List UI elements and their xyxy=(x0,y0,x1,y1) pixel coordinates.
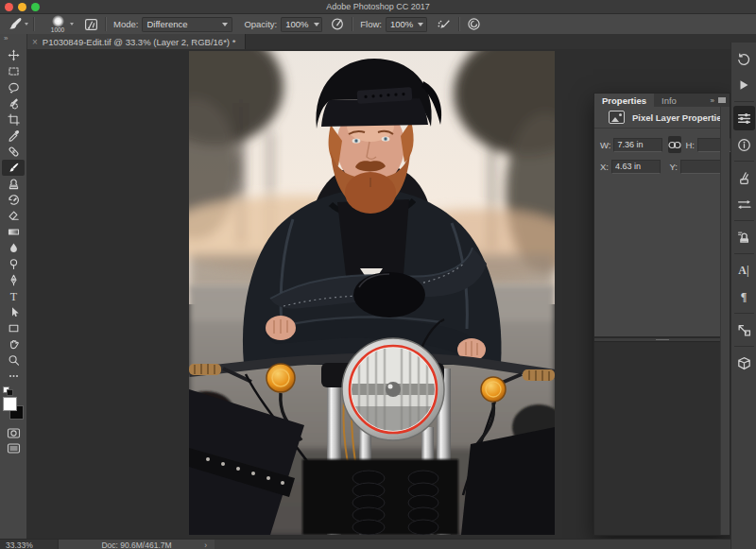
photo-motorcycle-man[interactable] xyxy=(189,51,555,535)
clone-stamp-tool[interactable] xyxy=(2,176,25,192)
panel-header: Pixel Layer Properties xyxy=(594,107,730,129)
chevron-down-icon xyxy=(418,23,423,26)
close-tab-icon[interactable]: × xyxy=(32,37,38,47)
hand-tool[interactable] xyxy=(2,336,25,352)
panel-menu-icon[interactable] xyxy=(718,97,726,103)
mode-label: Mode: xyxy=(113,19,138,29)
3d-panel-button[interactable] xyxy=(733,351,755,375)
rectangular-marquee-tool[interactable] xyxy=(2,63,25,79)
clone-source-panel-button[interactable] xyxy=(733,225,755,249)
actions-panel-button[interactable] xyxy=(733,73,755,97)
y-field[interactable] xyxy=(680,160,722,174)
paragraph-panel-button[interactable]: ¶ xyxy=(733,284,755,309)
properties-panel-button[interactable] xyxy=(733,106,755,130)
panel-header-title: Pixel Layer Properties xyxy=(632,112,727,123)
tab-properties[interactable]: Properties xyxy=(594,94,654,107)
path-selection-tool[interactable] xyxy=(2,304,25,320)
separator xyxy=(105,17,107,31)
foreground-color-swatch[interactable] xyxy=(3,397,17,411)
brush-settings-panel-button[interactable] xyxy=(733,165,755,190)
collapse-tools-button[interactable]: » xyxy=(0,34,26,47)
mode-value: Difference xyxy=(146,19,187,29)
flow-select[interactable]: 100% xyxy=(386,17,427,32)
brush-preview-button[interactable]: 1000 xyxy=(45,15,70,34)
smoothing-button[interactable] xyxy=(465,16,484,33)
quick-selection-tool[interactable] xyxy=(2,95,25,112)
dodge-tool[interactable] xyxy=(2,256,25,272)
document-tab-bar: × P1030849-Edit.tif @ 33.3% (Layer 2, RG… xyxy=(26,34,756,50)
crop-tool[interactable] xyxy=(2,112,25,128)
eraser-tool[interactable] xyxy=(2,208,25,224)
chevron-down-icon xyxy=(222,23,228,26)
character-panel-icon: A| xyxy=(738,264,748,278)
screen-mode-button[interactable] xyxy=(2,440,25,455)
airbrush-button[interactable] xyxy=(435,16,454,33)
tab-info[interactable]: Info xyxy=(654,94,684,107)
paragraph-panel-icon: ¶ xyxy=(741,290,747,304)
x-label: X: xyxy=(600,162,609,172)
brush-tool[interactable] xyxy=(2,160,25,176)
doc-size-indicator[interactable]: Doc: 90.6M/461.7M › xyxy=(59,540,215,549)
width-field[interactable] xyxy=(613,138,662,152)
pen-tool[interactable] xyxy=(2,272,25,288)
lasso-tool[interactable] xyxy=(2,79,25,95)
brush-preview-caret-icon[interactable] xyxy=(70,23,74,26)
eyedropper-tool[interactable] xyxy=(2,128,25,144)
default-colors-button[interactable] xyxy=(3,386,14,395)
brush-size-value: 1000 xyxy=(51,27,64,34)
panel-scrollbar[interactable] xyxy=(720,107,730,535)
gradient-tool[interactable] xyxy=(2,224,25,240)
status-chevron-icon[interactable]: › xyxy=(204,540,207,549)
panel-dock: A| ¶ xyxy=(730,43,756,549)
zoom-level-value: 33.33% xyxy=(6,540,33,549)
mode-select[interactable]: Difference xyxy=(142,17,232,32)
default-bg-icon xyxy=(7,389,13,396)
zoom-level-field[interactable]: 33.33% xyxy=(0,540,59,549)
svg-text:T: T xyxy=(9,290,17,302)
quick-mask-button[interactable] xyxy=(2,425,25,440)
dock-separator xyxy=(734,101,754,102)
opacity-label: Opacity: xyxy=(244,19,277,29)
panel-resize-handle[interactable] xyxy=(594,337,730,342)
options-bar: 1000 Mode: Difference Opacity: 100% xyxy=(0,14,756,35)
history-panel-button[interactable] xyxy=(733,46,755,71)
dock-separator xyxy=(734,346,754,347)
move-tool[interactable] xyxy=(2,47,25,63)
opacity-value: 100% xyxy=(285,19,308,29)
brush-tool-preset-button[interactable] xyxy=(6,16,25,33)
info-panel-button[interactable] xyxy=(733,132,755,157)
soft-brush-icon xyxy=(52,15,64,27)
history-brush-tool[interactable] xyxy=(2,192,25,208)
pressure-opacity-button[interactable] xyxy=(328,16,347,33)
x-field[interactable] xyxy=(611,160,661,174)
blur-tool[interactable] xyxy=(2,240,25,256)
status-bar: 33.33% Doc: 90.6M/461.7M › xyxy=(0,539,730,549)
edit-toolbar-button[interactable] xyxy=(2,369,25,381)
panel-tab-bar: Properties Info » xyxy=(594,94,730,107)
document-tab-title: P1030849-Edit.tif @ 33.3% (Layer 2, RGB/… xyxy=(43,37,236,47)
dock-separator xyxy=(734,220,754,221)
tools-panel: » T xyxy=(0,34,27,539)
toggle-brush-panel-button[interactable] xyxy=(81,16,100,33)
glyphs-panel-button[interactable] xyxy=(733,317,755,342)
link-dimensions-button[interactable] xyxy=(668,136,681,153)
photoshop-window: Adobe Photoshop CC 2017 1000 Mode: Diff xyxy=(0,0,756,549)
flow-value: 100% xyxy=(390,19,413,29)
character-panel-button[interactable]: A| xyxy=(733,258,755,283)
rectangle-tool[interactable] xyxy=(2,320,25,336)
y-label: Y: xyxy=(670,162,678,172)
collapse-panel-button[interactable]: » xyxy=(711,96,714,105)
type-tool[interactable]: T xyxy=(2,288,25,304)
height-label: H: xyxy=(685,140,695,150)
brush-presets-panel-button[interactable] xyxy=(733,192,755,216)
opacity-select[interactable]: 100% xyxy=(281,17,322,32)
brush-preset-caret-icon[interactable] xyxy=(25,23,28,26)
pixel-layer-thumb-icon xyxy=(609,111,625,124)
spot-healing-brush-tool[interactable] xyxy=(2,144,25,160)
separator xyxy=(33,17,35,31)
zoom-tool[interactable] xyxy=(2,352,25,369)
separator xyxy=(352,17,353,31)
document-tab[interactable]: × P1030849-Edit.tif @ 33.3% (Layer 2, RG… xyxy=(26,34,246,49)
separator xyxy=(458,17,460,31)
flow-label: Flow: xyxy=(360,19,382,29)
